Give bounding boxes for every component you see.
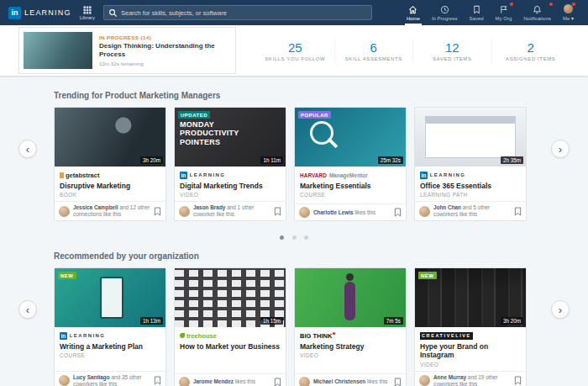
liker-name[interactable]: Charlotte Lewis xyxy=(313,209,354,215)
nav-in-progress[interactable]: In Progress xyxy=(426,0,464,25)
course-thumbnail[interactable]: 2h 35m xyxy=(415,108,526,167)
stat-label: ASSIGNED ITEMS xyxy=(497,56,565,61)
course-title[interactable]: Hype your Brand on Instagram xyxy=(420,342,521,359)
course-type: BOOK xyxy=(60,192,160,198)
carousel-prev-button[interactable]: ‹ xyxy=(18,140,37,158)
duration-label: 1h 15m xyxy=(260,317,283,325)
course-thumbnail[interactable]: NEW 3h 20m xyxy=(415,268,526,327)
course-title[interactable]: Digital Marketing Trends xyxy=(180,182,281,190)
liker-name[interactable]: John Chan xyxy=(433,204,461,210)
course-title[interactable]: How to Market your Business xyxy=(180,342,281,351)
badge: POPULAR xyxy=(298,111,331,119)
course-card[interactable]: 7m 5s BIG THINK Marketing Strategy VIDEO… xyxy=(294,267,407,386)
pagination-dot[interactable] xyxy=(304,235,308,240)
liker-name[interactable]: Anne Murray xyxy=(433,374,466,380)
avatar xyxy=(179,377,190,386)
course-title[interactable]: Marketing Strategy xyxy=(300,342,401,351)
search-icon xyxy=(108,8,118,18)
liker-name[interactable]: Jason Brady xyxy=(193,204,225,210)
course-card[interactable]: UPDATED Monday Productivity Pointers 1h … xyxy=(174,107,286,221)
search-input[interactable] xyxy=(121,9,367,17)
course-thumbnail[interactable]: 1h 15m xyxy=(175,268,286,327)
flag-icon xyxy=(499,5,508,14)
course-card[interactable]: 2h 35m in LEARNING Office 365 Essentials… xyxy=(414,107,527,221)
course-thumbnail[interactable]: 7m 5s xyxy=(295,268,406,327)
course-type: VIDEO xyxy=(300,352,401,359)
bookmark-icon[interactable] xyxy=(274,378,281,386)
provider-logo: BIG THINK xyxy=(300,331,401,340)
top-nav-bar: in LEARNING Library Home xyxy=(0,0,588,25)
duration-label: 25m 32s xyxy=(378,156,403,164)
carousel-pagination xyxy=(0,228,588,243)
nav-saved[interactable]: Saved xyxy=(464,0,490,25)
stat-value: 25 xyxy=(261,40,329,55)
stat-label: SKILL ASSESMENTS xyxy=(340,56,408,61)
course-card[interactable]: NEW 3h 20m CREATIVELIVE Hype your Brand … xyxy=(414,267,527,386)
course-thumbnail[interactable]: POPULAR 25m 32s xyxy=(295,108,406,167)
stat-skills-you-follow[interactable]: 25 SKILLS YOU FOLLOW xyxy=(256,39,334,63)
liker-name[interactable]: Michael Christensen xyxy=(313,378,365,384)
social-row: Michael Christensen likes this xyxy=(295,373,406,386)
avatar xyxy=(564,4,573,13)
bookmark-icon[interactable] xyxy=(394,378,402,386)
section-title: Recommended by your organization xyxy=(54,251,588,261)
course-type: COURSE xyxy=(60,352,160,359)
course-type: VIDEO xyxy=(180,192,281,198)
provider-logo: HARVARD ManageMentor xyxy=(300,171,401,179)
social-text: likes this xyxy=(235,378,256,384)
clock-icon xyxy=(440,5,449,14)
duration-label: 1h 11m xyxy=(260,156,283,164)
stat-saved-items[interactable]: 12 SAVED ITEMS xyxy=(412,39,491,63)
nav-me[interactable]: Me ▾ xyxy=(557,0,580,25)
bookmark-icon[interactable] xyxy=(514,376,522,385)
liker-name[interactable]: Jessica Campbell xyxy=(73,204,118,210)
course-title[interactable]: Office 365 Essentials xyxy=(420,182,521,190)
hero-strip: IN PROGRESS (14) Design Thinking: Unders… xyxy=(0,25,588,76)
bell-icon xyxy=(533,5,542,14)
in-progress-title[interactable]: Design Thinking: Understanding the Proce… xyxy=(99,42,227,59)
course-title[interactable]: Writing a Marketing Plan xyxy=(60,342,160,351)
stat-label: SAVED ITEMS xyxy=(418,56,486,61)
course-card[interactable]: 3h 20m getabstract Disruptive Marketing … xyxy=(54,107,166,221)
stat-assigned-items[interactable]: 2 ASSIGNED ITEMS xyxy=(491,39,570,63)
liker-name[interactable]: Jarome Mendez xyxy=(193,378,234,384)
provider-logo: in LEARNING xyxy=(180,171,281,179)
course-card[interactable]: POPULAR 25m 32s HARVARD ManageMentor Mar… xyxy=(294,107,407,221)
main-content: Trending for Product Marketing Managers … xyxy=(0,76,588,386)
course-title[interactable]: Marketing Essentials xyxy=(300,182,401,190)
duration-label: 2h 35m xyxy=(501,156,523,164)
caret-down-icon: ▾ xyxy=(571,16,574,21)
notification-dot xyxy=(572,3,575,6)
course-card[interactable]: 1h 15m treehouse How to Market your Busi… xyxy=(174,267,286,386)
bookmark-icon[interactable] xyxy=(154,207,161,216)
stat-skill-assessments[interactable]: 6 SKILL ASSESMENTS xyxy=(334,39,413,63)
linkedin-learning-logo[interactable]: in LEARNING xyxy=(8,7,71,19)
bookmark-icon[interactable] xyxy=(514,207,522,216)
provider-logo: treehouse xyxy=(180,331,281,340)
course-type: VIDEO xyxy=(420,362,521,368)
course-title[interactable]: Disruptive Marketing xyxy=(60,182,160,190)
nav-my-org[interactable]: My Org xyxy=(490,0,518,25)
social-row: Lucy Santiago and 35 other coworkers lik… xyxy=(55,371,165,386)
nav-home[interactable]: Home xyxy=(401,0,426,25)
in-progress-thumbnail xyxy=(24,32,92,69)
bookmark-icon[interactable] xyxy=(394,208,402,217)
course-card[interactable]: NEW 1h 13m in LEARNING Writing a Marketi… xyxy=(54,267,166,386)
stat-value: 12 xyxy=(418,40,486,55)
library-button[interactable]: Library xyxy=(80,6,95,20)
course-thumbnail[interactable]: NEW 1h 13m xyxy=(55,268,165,327)
course-thumbnail[interactable]: 3h 20m xyxy=(55,108,165,167)
nav-notifications[interactable]: Notifications xyxy=(517,0,557,25)
liker-name[interactable]: Lucy Santiago xyxy=(73,374,110,380)
pagination-dot[interactable] xyxy=(292,235,297,240)
header-nav: Home In Progress Saved My Org xyxy=(401,0,580,25)
brand-name: LEARNING xyxy=(24,8,71,17)
course-thumbnail[interactable]: UPDATED Monday Productivity Pointers 1h … xyxy=(175,108,286,167)
notification-dot xyxy=(510,3,513,6)
in-progress-card[interactable]: IN PROGRESS (14) Design Thinking: Unders… xyxy=(18,27,236,74)
stat-label: SKILLS YOU FOLLOW xyxy=(261,56,329,61)
bookmark-icon[interactable] xyxy=(154,376,161,385)
pagination-dot[interactable] xyxy=(280,235,284,240)
carousel-next-button[interactable]: › xyxy=(551,140,570,158)
bookmark-icon[interactable] xyxy=(274,207,281,216)
